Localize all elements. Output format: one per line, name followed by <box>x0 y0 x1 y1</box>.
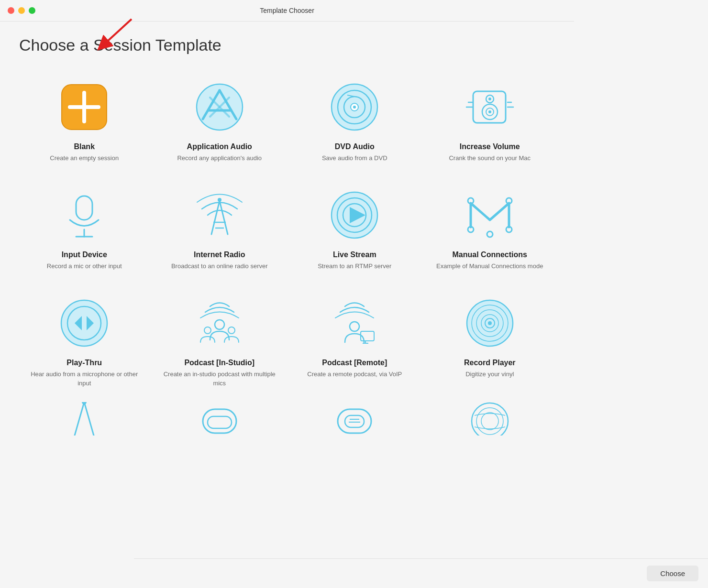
template-item-partial-1[interactable] <box>19 397 150 436</box>
close-button[interactable] <box>8 7 14 14</box>
svg-point-49 <box>204 327 211 334</box>
svg-rect-27 <box>76 196 92 220</box>
template-item-application-audio[interactable]: Application Audio Record any application… <box>155 69 285 172</box>
template-desc-blank: Create an empty session <box>50 154 119 163</box>
template-desc-podcast-remote: Create a remote podcast, via VoIP <box>307 370 402 379</box>
svg-line-30 <box>211 201 220 234</box>
template-title-podcast-remote: Podcast [Remote] <box>322 359 387 367</box>
template-item-partial-3[interactable] <box>289 397 420 436</box>
template-desc-dvd: Save audio from a DVD <box>322 154 387 163</box>
svg-point-44 <box>61 300 107 346</box>
template-desc-internet-radio: Broadcast to an online radio server <box>171 262 268 271</box>
template-desc-app-audio: Record any application's audio <box>177 154 262 163</box>
svg-point-71 <box>476 408 503 435</box>
svg-point-34 <box>218 198 221 202</box>
template-desc-input-device: Record a mic or other input <box>47 262 122 271</box>
template-item-manual-connections[interactable]: Manual Connections Example of Manual Con… <box>425 177 555 280</box>
template-title-input-device: Input Device <box>62 250 107 259</box>
maximize-button[interactable] <box>29 7 35 14</box>
svg-point-60 <box>488 321 492 325</box>
template-desc-play-thru: Hear audio from a microphone or other in… <box>24 370 145 387</box>
svg-point-51 <box>350 322 359 331</box>
template-title-internet-radio: Internet Radio <box>194 250 245 259</box>
svg-point-40 <box>487 231 493 237</box>
template-item-partial-2[interactable] <box>155 397 285 436</box>
title-bar: Template Chooser <box>0 0 574 22</box>
svg-rect-67 <box>345 415 364 427</box>
svg-rect-66 <box>338 409 371 433</box>
template-desc-increase-volume: Crank the sound on your Mac <box>449 154 531 163</box>
template-item-blank[interactable]: Blank Create an empty session <box>19 69 150 172</box>
svg-point-50 <box>228 327 235 334</box>
template-title-app-audio: Application Audio <box>187 142 252 151</box>
template-title-live-stream: Live Stream <box>333 250 376 259</box>
template-item-play-thru[interactable]: Play-Thru Hear audio from a microphone o… <box>19 285 150 397</box>
svg-rect-65 <box>208 416 232 428</box>
template-title-record-player: Record Player <box>464 359 516 367</box>
template-desc-record-player: Digitize your vinyl <box>465 370 514 379</box>
template-title-play-thru: Play-Thru <box>66 359 102 367</box>
template-item-podcast-in-studio[interactable]: Podcast [In-Studio] Create an in-studio … <box>155 285 285 397</box>
template-item-dvd-audio[interactable]: DVD Audio Save audio from a DVD <box>289 69 420 172</box>
template-title-manual-connections: Manual Connections <box>453 250 527 259</box>
template-item-internet-radio[interactable]: Internet Radio Broadcast to an online ra… <box>155 177 285 280</box>
svg-point-72 <box>481 413 498 430</box>
svg-point-48 <box>215 320 224 329</box>
template-item-record-player[interactable]: Record Player Digitize your vinyl <box>425 285 555 397</box>
page-heading: Choose a Session Template <box>19 36 555 54</box>
template-title-dvd: DVD Audio <box>335 142 375 151</box>
template-title-podcast-in-studio: Podcast [In-Studio] <box>184 359 254 367</box>
svg-point-19 <box>488 98 491 100</box>
template-item-partial-4[interactable] <box>425 397 555 436</box>
svg-point-15 <box>353 106 356 109</box>
template-desc-manual-connections: Example of Manual Connections mode <box>436 262 543 271</box>
template-item-increase-volume[interactable]: Increase Volume Crank the sound on your … <box>425 69 555 172</box>
svg-rect-17 <box>473 91 506 123</box>
minimize-button[interactable] <box>18 7 25 14</box>
template-title-blank: Blank <box>74 142 95 151</box>
svg-point-63 <box>82 402 87 404</box>
window-controls <box>8 7 35 14</box>
svg-line-62 <box>84 402 94 436</box>
svg-point-22 <box>488 110 491 113</box>
svg-line-61 <box>75 402 84 436</box>
template-grid: Blank Create an empty session Applicatio… <box>19 69 555 397</box>
template-item-podcast-remote[interactable]: Podcast [Remote] Create a remote podcast… <box>289 285 420 397</box>
template-desc-podcast-in-studio: Create an in-studio podcast with multipl… <box>159 370 280 387</box>
window-title: Template Chooser <box>260 7 314 14</box>
svg-line-31 <box>220 201 228 234</box>
template-item-input-device[interactable]: Input Device Record a mic or other input <box>19 177 150 280</box>
template-title-increase-volume: Increase Volume <box>460 142 520 151</box>
template-item-live-stream[interactable]: Live Stream Stream to an RTMP server <box>289 177 420 280</box>
template-desc-live-stream: Stream to an RTMP server <box>318 262 391 271</box>
